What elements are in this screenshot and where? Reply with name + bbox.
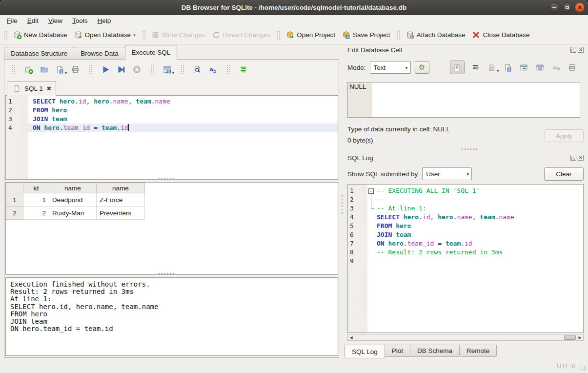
tab-execute-sql[interactable]: Execute SQL xyxy=(125,45,178,60)
clear-button[interactable]: Clear xyxy=(544,167,584,181)
editor-line[interactable]: 2FROM hero xyxy=(6,106,338,115)
column-header-id[interactable]: id xyxy=(23,183,49,193)
write-changes-icon xyxy=(151,31,160,39)
tab-browse-data[interactable]: Browse Data xyxy=(74,47,125,60)
splitter-handle[interactable]: •••••• xyxy=(461,148,478,150)
column-header-name[interactable]: name xyxy=(97,183,145,193)
splitter-handle[interactable]: •••••• xyxy=(158,272,175,274)
minimize-button[interactable] xyxy=(549,2,559,12)
autocomplete-icon[interactable]: ab xyxy=(208,64,218,74)
cell-editor[interactable]: NULL xyxy=(347,82,580,118)
execute-all-icon[interactable] xyxy=(101,64,110,74)
print-icon[interactable] xyxy=(70,64,80,74)
log-source-select[interactable]: User ▾ xyxy=(422,167,472,180)
table-cell[interactable]: Rusty-Man xyxy=(49,207,97,220)
table-cell[interactable]: 2 xyxy=(23,207,49,220)
scroll-right-icon[interactable]: ▶ xyxy=(577,335,583,340)
fold-marker xyxy=(367,195,375,204)
close-button[interactable]: ✕ xyxy=(575,2,585,12)
tab-sql-log[interactable]: SQL Log xyxy=(345,345,385,358)
sql-log-view[interactable]: 1-- EXECUTING ALL IN 'SQL 1'2--3-- At li… xyxy=(347,184,584,333)
table-row[interactable]: 22Rusty-ManPreventers xyxy=(6,207,145,220)
cell-type-info: Type of data currently in cell: NULL xyxy=(347,125,450,133)
text-mode-icon[interactable] xyxy=(450,61,465,74)
dropdown-caret-icon: ▾ xyxy=(65,71,67,75)
horizontal-scrollbar[interactable]: ◀ ▶ xyxy=(347,334,584,341)
tab-plot[interactable]: Plot xyxy=(385,345,410,357)
print-icon[interactable] xyxy=(568,62,577,72)
apply-button[interactable]: Apply xyxy=(545,129,584,142)
format-sql-icon[interactable] xyxy=(238,64,248,74)
vertical-splitter-handle[interactable] xyxy=(341,194,344,216)
find-icon[interactable] xyxy=(192,64,202,74)
close-icon[interactable]: ✕ xyxy=(578,47,584,53)
mode-label: Mode: xyxy=(347,64,366,71)
toolbar-separator xyxy=(88,64,92,75)
open-database-button[interactable]: Open Database▾ xyxy=(71,29,139,41)
editor-line-text: JOIN team xyxy=(28,115,338,124)
export-csv-icon[interactable]: ▾ xyxy=(162,64,172,74)
execute-current-line-icon[interactable] xyxy=(116,64,126,74)
titlebar[interactable]: DB Browser for SQLite - /home/user/code/… xyxy=(0,0,588,16)
mode-select[interactable]: Text ▾ xyxy=(370,61,411,74)
results-grid[interactable]: idnamename11DeadpondZ-Force22Rusty-ManPr… xyxy=(5,182,338,275)
scrollbar-thumb[interactable] xyxy=(564,335,576,340)
window-controls: ✕ xyxy=(549,2,585,12)
sql-editor-tab[interactable]: SQL 1 ✖ xyxy=(7,81,56,96)
log-line-text: SELECT hero.id, hero.name, team.name xyxy=(375,213,514,222)
dropdown-caret-icon[interactable]: ▾ xyxy=(133,33,136,39)
float-icon[interactable] xyxy=(570,47,576,53)
word-wrap-icon[interactable] xyxy=(471,62,481,72)
menu-tools[interactable]: Tools xyxy=(67,17,93,25)
copy-link-icon[interactable] xyxy=(535,62,545,72)
editor-line[interactable]: 4ON hero.team_id = team.id xyxy=(6,124,338,132)
table-cell[interactable]: 1 xyxy=(23,193,49,207)
float-icon[interactable] xyxy=(570,155,576,161)
save-project-button[interactable]: Save Project xyxy=(339,29,394,41)
edit-cell-title: Edit Database Cell xyxy=(347,46,402,54)
menu-view[interactable]: View xyxy=(43,17,67,25)
row-header[interactable]: 2 xyxy=(6,207,23,220)
save-as-icon[interactable] xyxy=(503,62,513,72)
sql-editor[interactable]: 1SELECT hero.id, hero.name, team.name2FR… xyxy=(5,95,338,180)
column-header-name[interactable]: name xyxy=(49,183,97,193)
editor-fold-margin xyxy=(21,124,28,132)
table-cell[interactable]: Preventers xyxy=(97,207,145,220)
table-cell[interactable]: Deadpond xyxy=(49,193,97,207)
row-header[interactable]: 1 xyxy=(6,193,23,207)
corner-header[interactable] xyxy=(6,183,23,193)
table-cell[interactable]: Z-Force xyxy=(97,193,145,207)
maximize-button[interactable] xyxy=(562,2,572,12)
scrollbar-track[interactable] xyxy=(354,334,577,340)
fold-collapse-icon[interactable] xyxy=(368,188,374,194)
tab-db-schema[interactable]: DB Schema xyxy=(410,345,460,357)
tab-remote[interactable]: Remote xyxy=(459,345,497,357)
execute-sql-page: ▾▾ab SQL 1 ✖ 1SELECT hero.id, hero.name,… xyxy=(4,59,339,358)
fold-marker[interactable] xyxy=(367,186,375,195)
export-data-icon[interactable] xyxy=(519,62,529,72)
close-icon[interactable]: ✕ xyxy=(578,155,584,161)
open-project-button[interactable]: Open Project xyxy=(283,29,339,41)
close-database-button[interactable]: Close Database xyxy=(468,29,533,41)
resize-grip[interactable] xyxy=(580,365,587,372)
save-sql-file-icon[interactable]: ▾ xyxy=(55,64,64,74)
menu-file[interactable]: File xyxy=(2,17,22,25)
editor-fold-margin xyxy=(21,106,28,115)
new-database-button[interactable]: New Database xyxy=(10,29,71,41)
splitter-handle[interactable]: •••••• xyxy=(158,178,175,180)
sql-log-panel-header: SQL Log ✕ xyxy=(347,153,584,162)
editor-line[interactable]: 3JOIN team xyxy=(6,115,338,124)
attach-database-button[interactable]: Attach Database xyxy=(403,29,469,41)
open-sql-file-icon[interactable] xyxy=(39,64,49,74)
new-tab-icon[interactable] xyxy=(23,64,33,74)
open-project-label: Open Project xyxy=(297,31,335,39)
menu-edit[interactable]: Edit xyxy=(22,17,43,25)
scroll-left-icon[interactable]: ◀ xyxy=(348,335,354,340)
table-row[interactable]: 11DeadpondZ-Force xyxy=(6,193,145,207)
log-fold-margin xyxy=(362,204,367,213)
auto-apply-button[interactable]: ⚙ xyxy=(415,61,429,74)
editor-line[interactable]: 1SELECT hero.id, hero.name, team.name xyxy=(6,97,338,106)
menu-help[interactable]: Help xyxy=(93,17,116,25)
sql-tab-close-icon[interactable]: ✖ xyxy=(47,85,51,92)
tab-database-structure[interactable]: Database Structure xyxy=(4,47,74,60)
